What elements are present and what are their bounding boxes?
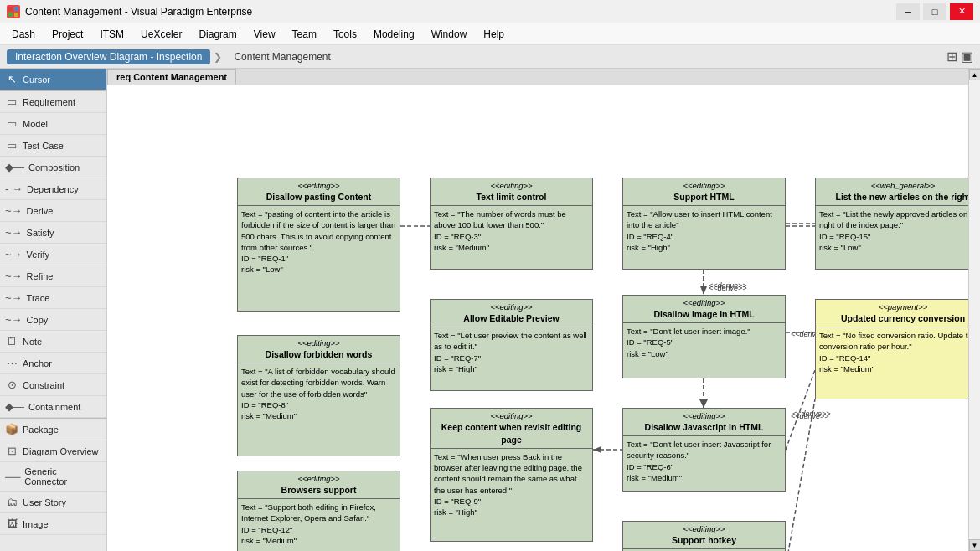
- sidebar-icon-trace: ~→: [5, 291, 23, 304]
- svg-marker-10: [700, 399, 707, 408]
- sidebar-item-copy[interactable]: ~→Copy: [0, 309, 106, 331]
- sidebar-item-satisfy[interactable]: ~→Satisfy: [0, 222, 106, 244]
- sidebar-icon-testcase: ▭: [5, 139, 18, 152]
- breadcrumb-label-2: Content Management: [234, 51, 330, 63]
- menu-item-diagram[interactable]: Diagram: [190, 26, 245, 43]
- titlebar: Content Management - Visual Paradigm Ent…: [0, 0, 980, 23]
- sidebar-item-composition[interactable]: ◆—Composition: [0, 157, 106, 178]
- uml-box-stereotype-box5: <<editing>>: [431, 300, 592, 312]
- uml-box-title-box2: Text limit control: [431, 191, 592, 206]
- sidebar-item-containment[interactable]: ◆—Containment: [0, 396, 106, 418]
- uml-box-title-box1: Disallow pasting Content: [238, 191, 400, 206]
- sidebar-item-dependency[interactable]: - →Dependency: [0, 178, 106, 200]
- menu-item-view[interactable]: View: [245, 26, 284, 43]
- sidebar-label-derive: Derive: [27, 206, 54, 216]
- sidebar-icon-refine: ~→: [5, 270, 23, 282]
- menu-item-itsm[interactable]: ITSM: [91, 26, 132, 43]
- uml-box-title-box3: Support HTML: [623, 191, 785, 206]
- uml-box-body-box4: Text = "List the newly approved articles…: [816, 206, 968, 255]
- uml-box-box11: <<editing>>Browsers supportText = "Suppo…: [237, 471, 400, 551]
- sidebar-item-testcase[interactable]: ▭Test Case: [0, 135, 106, 157]
- sidebar-icon-model: ▭: [5, 117, 18, 130]
- sidebar-label-constraint: Constraint: [23, 380, 64, 390]
- diagram-canvas: <<derive>> <<derive>> <<derive>><<derive…: [107, 85, 968, 551]
- breadcrumb-item-1[interactable]: Interaction Overview Diagram - Inspectio…: [7, 49, 210, 64]
- sidebar-item-model[interactable]: ▭Model: [0, 113, 106, 135]
- minimize-button[interactable]: ─: [896, 3, 920, 20]
- svg-rect-3: [14, 13, 18, 17]
- sidebar-item-verify[interactable]: ~→Verify: [0, 244, 106, 265]
- menu-item-team[interactable]: Team: [284, 26, 325, 43]
- uml-box-stereotype-box12: <<editing>>: [623, 522, 785, 534]
- restore-button[interactable]: □: [923, 3, 946, 20]
- uml-box-stereotype-box7: <<payment>>: [816, 300, 968, 312]
- sidebar-item-diagramoverview[interactable]: ⊡Diagram Overview: [0, 440, 106, 462]
- diagram-tab[interactable]: req Content Management: [107, 69, 236, 85]
- menu-item-uexceler[interactable]: UeXceler: [132, 26, 190, 43]
- sidebar-icon-composition: ◆—: [5, 161, 24, 173]
- svg-rect-1: [14, 7, 18, 11]
- sidebar-item-constraint[interactable]: ⊙Constraint: [0, 374, 106, 396]
- sidebar-icon-requirement: ▭: [5, 95, 18, 108]
- sidebar-item-cursor[interactable]: ↖Cursor: [0, 69, 106, 90]
- uml-box-body-box10: Text = "When user press Back in the brow…: [431, 449, 592, 521]
- main-layout: ↖Cursor▭Requirement▭Model▭Test Case◆—Com…: [0, 69, 980, 551]
- menu-item-window[interactable]: Window: [423, 26, 476, 43]
- svg-rect-0: [8, 7, 13, 11]
- breadcrumb: Interaction Overview Diagram - Inspectio…: [0, 45, 980, 69]
- svg-marker-28: [699, 399, 708, 408]
- sidebar-icon-note: 🗒: [5, 335, 18, 348]
- breadcrumb-icon-2[interactable]: ▣: [961, 49, 973, 64]
- menu-item-help[interactable]: Help: [475, 26, 513, 43]
- diagram-area[interactable]: req Content Management: [107, 69, 968, 551]
- sidebar-item-note[interactable]: 🗒Note: [0, 331, 106, 353]
- sidebar-item-trace[interactable]: ~→Trace: [0, 287, 106, 309]
- sidebar-icon-cursor: ↖: [5, 73, 18, 85]
- sidebar-label-refine: Refine: [27, 271, 54, 281]
- sidebar-item-anchor[interactable]: ⋯Anchor: [0, 353, 106, 374]
- menu-item-dash[interactable]: Dash: [3, 26, 44, 43]
- menubar: DashProjectITSMUeXcelerDiagramViewTeamTo…: [0, 23, 980, 45]
- breadcrumb-item-2[interactable]: Content Management: [225, 49, 338, 64]
- sidebar-item-genericconn[interactable]: ──Generic Connector: [0, 462, 106, 492]
- sidebar-icon-genericconn: ──: [5, 471, 20, 483]
- sidebar-item-image[interactable]: 🖼Image: [0, 513, 106, 535]
- sidebar-icon-derive: ~→: [5, 204, 23, 217]
- breadcrumb-icon-1[interactable]: ⊞: [946, 49, 957, 64]
- sidebar-icon-anchor: ⋯: [5, 357, 18, 369]
- uml-box-body-box11: Text = "Support both editing in Firefox,…: [238, 499, 400, 548]
- sidebar-icon-image: 🖼: [5, 518, 18, 530]
- sidebar-label-cursor: Cursor: [23, 75, 50, 85]
- sidebar-label-userstory: User Story: [23, 497, 66, 507]
- svg-line-18: [786, 399, 815, 551]
- uml-box-title-box11: Browsers support: [238, 484, 400, 499]
- menu-item-tools[interactable]: Tools: [325, 26, 365, 43]
- sidebar-icon-verify: ~→: [5, 248, 23, 260]
- sidebar-label-requirement: Requirement: [23, 97, 75, 107]
- svg-marker-8: [700, 286, 707, 295]
- uml-box-body-box6: Text = "Don't let user insert image." ID…: [623, 323, 785, 362]
- sidebar-item-refine[interactable]: ~→Refine: [0, 265, 106, 287]
- sidebar-item-derive[interactable]: ~→Derive: [0, 200, 106, 222]
- sidebar-label-anchor: Anchor: [23, 358, 52, 368]
- sidebar-label-verify: Verify: [27, 250, 50, 260]
- sidebar-item-package[interactable]: 📦Package: [0, 419, 106, 440]
- scrollbar-right[interactable]: ▲ ▼: [968, 69, 980, 551]
- svg-marker-12: [593, 446, 601, 453]
- menu-item-modeling[interactable]: Modeling: [365, 26, 423, 43]
- scroll-up-button[interactable]: ▲: [969, 69, 981, 80]
- uml-box-box7: <<payment>>Updated currency conversionTe…: [815, 299, 968, 399]
- uml-box-body-box1: Text = "pasting of content into the arti…: [238, 206, 400, 278]
- close-button[interactable]: ✕: [950, 3, 973, 20]
- sidebar-label-genericconn: Generic Connector: [24, 466, 101, 487]
- sidebar-item-userstory[interactable]: 🗂User Story: [0, 492, 106, 513]
- menu-item-project[interactable]: Project: [44, 26, 91, 43]
- uml-box-title-box5: Allow Editable Preview: [431, 312, 592, 327]
- sidebar-item-requirement[interactable]: ▭Requirement: [0, 91, 106, 113]
- scroll-down-button[interactable]: ▼: [969, 539, 981, 551]
- sidebar-label-image: Image: [23, 519, 49, 529]
- sidebar-label-package: Package: [23, 425, 59, 435]
- sidebar-label-dependency: Dependency: [27, 184, 79, 194]
- svg-text:<<derive>>: <<derive>>: [709, 281, 747, 290]
- uml-box-stereotype-box8: <<editing>>: [238, 336, 400, 348]
